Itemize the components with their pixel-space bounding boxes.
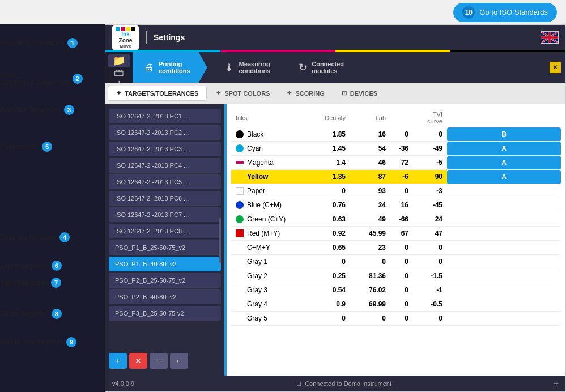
targetset-item-ts1[interactable]: ISO 12647-2 -2013 PC1 ... (109, 109, 221, 123)
ann-label-4: Selected Targetset (0, 233, 56, 241)
col-lab2 (390, 109, 413, 127)
col-tvi: TVI curve (413, 109, 447, 127)
connected-status-label: Connected to Demo Instrument (305, 380, 391, 387)
compass-icon: ✛ (554, 380, 559, 387)
content-area: ISO 12647-2 -2013 PC1 ...ISO 12647-2 -20… (105, 104, 565, 376)
status-bar: v4.0.0.9 ⊡ Connected to Demo Instrument … (105, 376, 565, 391)
ann-label-8: Delete targetset (0, 310, 48, 318)
ink-name-cell: Magenta (231, 156, 310, 170)
ink-name-cell: Red (M+Y) (231, 227, 310, 241)
scoring-label: SCORING (295, 90, 324, 97)
targets-label: TARGETS/TOLERANCES (125, 90, 198, 97)
import-targetset-button[interactable]: ← (170, 353, 188, 369)
targetset-item-ts6[interactable]: ISO 12647-2 -2013 PC6 ... (109, 191, 221, 206)
annotation-8: Delete targetset 8 (0, 309, 62, 319)
subtab-targets-tolerances[interactable]: ✦ TARGETS/TOLERANCES (108, 86, 207, 101)
targetset-item-ts7[interactable]: ISO 12647-2 -2013 PC7 ... (109, 207, 221, 222)
app-window: Ink Zone Move Settings 📁 🗃 (105, 24, 566, 392)
ink-row-gray-1: Gray 10000 (231, 255, 561, 269)
ink-row-yellow: Yellow1.3587-690A (231, 170, 561, 184)
ink-name-cell: Cyan (231, 142, 310, 156)
logo: Ink Zone Move (112, 25, 139, 50)
subtab-devices[interactable]: ⊡ DEVICES (334, 86, 385, 100)
delete-targetset-button[interactable]: ✕ (129, 353, 147, 369)
language-flag[interactable] (541, 31, 559, 44)
ann-badge-2: 2 (73, 74, 83, 84)
targetset-item-ts9[interactable]: PSO_P1_B_25-50-75_v2 (109, 240, 221, 255)
ann-badge-6: 6 (52, 261, 62, 271)
ann-label-7: Import targetset (0, 279, 48, 287)
ink-row-red-(m+y): Red (M+Y)0.9245.996747 (231, 227, 561, 241)
annotation-1: Measuring conditions 1 (0, 38, 78, 48)
printing-label1: Printing (159, 61, 190, 67)
ann-badge-3: 3 (64, 105, 74, 115)
subtab-spot-colors[interactable]: ✦ SPOT COLORS (208, 86, 278, 100)
tab-connected-modules[interactable]: ↻ Connected modules (282, 52, 355, 83)
ink-row-cyan: Cyan1.4554-36-49A (231, 142, 561, 156)
ink-row-paper: Paper0930-3 (231, 184, 561, 198)
targetset-list: ISO 12647-2 -2013 PC1 ...ISO 12647-2 -20… (108, 109, 222, 351)
annotation-5: Color entries 5 (0, 142, 52, 152)
sidebar-folder-icon[interactable]: 📁 (108, 54, 130, 67)
devices-icon: ⊡ (342, 90, 347, 97)
tab-printing-conditions[interactable]: 🖨 Printing conditions (133, 52, 207, 83)
targetset-item-ts2[interactable]: ISO 12647-2 -2013 PC2 ... (109, 125, 221, 140)
measuring-label1: Measuring (239, 61, 271, 67)
ink-row-gray-4: Gray 40.969.990-0.5 (231, 297, 561, 312)
targetset-item-ts5[interactable]: ISO 12647-2 -2013 PC5 ... (109, 174, 221, 189)
app-title: Settings (154, 33, 185, 42)
version-label: v4.0.0.9 (112, 380, 134, 387)
ann-badge-8: 8 (52, 309, 62, 319)
ink-name-cell: Gray 1 (231, 255, 310, 269)
targetset-item-ts10[interactable]: PSO_P1_B_40-80_v2 (109, 257, 221, 271)
connected-status-icon: ⊡ (296, 380, 301, 387)
annotation-3: Available Targetsets 3 (0, 105, 74, 115)
ink-row-blue-(c+m): Blue (C+M)0.762416-45 (231, 198, 561, 212)
ann-label-6: Export targetset (0, 262, 48, 270)
ink-row-gray-5: Gray 50000 (231, 312, 561, 326)
subtab-scoring[interactable]: ✦ SCORING (279, 86, 332, 100)
targets-icon: ✦ (116, 90, 121, 97)
iso-standards-button[interactable]: 10 Go to ISO Standards (453, 3, 557, 22)
tab-measuring-conditions[interactable]: 🌡 Measuring conditions (207, 52, 282, 83)
targetset-item-ts3[interactable]: ISO 12647-2 -2013 PC3 ... (109, 142, 221, 156)
sub-tabs: ✦ TARGETS/TOLERANCES ✦ SPOT COLORS ✦ SCO… (105, 83, 565, 104)
create-targetset-button[interactable]: + (109, 353, 127, 369)
ann-badge-1: 1 (67, 38, 78, 48)
printing-icon: 🖨 (144, 62, 154, 74)
ink-name-cell: Yellow (231, 170, 310, 184)
ink-row-gray-3: Gray 30.5476.020-1 (231, 283, 561, 297)
ann-badge-5: 5 (42, 142, 52, 152)
targetset-item-ts8[interactable]: ISO 12647-2 -2013 PC8 ... (109, 224, 221, 238)
close-button[interactable]: ✕ (550, 62, 561, 73)
export-targetset-button[interactable]: → (150, 353, 168, 369)
ann-label-2: MenuTargetset & Tolerances (0, 71, 69, 87)
annotation-7: Import targetset 7 (0, 278, 61, 288)
printing-label2: conditions (159, 67, 190, 74)
ink-name-cell: Gray 5 (231, 312, 310, 326)
ink-name-cell: Gray 4 (231, 297, 310, 312)
measuring-icon: 🌡 (224, 62, 235, 74)
ann-label-3: Available Targetsets (0, 106, 61, 114)
ink-row-gray-2: Gray 20.2581.360-1.5 (231, 269, 561, 283)
ink-name-cell: Black (231, 127, 310, 142)
ink-name-cell: Blue (C+M) (231, 198, 310, 212)
sidebar-db-icon[interactable]: 🗃 (108, 67, 130, 79)
ink-name-cell: C+M+Y (231, 241, 310, 255)
ann-badge-4: 4 (59, 232, 70, 242)
ann-label-9: Create new targetset (0, 338, 63, 346)
inks-table: Inks Density Lab TVI curve Black1.851600… (231, 109, 561, 326)
targetset-item-ts12[interactable]: PSO_P2_B_40-80_v2 (109, 289, 221, 304)
targetset-item-ts13[interactable]: PSO_P3_B_25-50-75-v2 (109, 306, 221, 321)
connected-label2: modules (312, 67, 344, 74)
targetset-item-ts11[interactable]: PSO_P2_B_25-50-75_v2 (109, 273, 221, 288)
annotation-panel: Measuring conditions 1 MenuTargetset & T… (0, 24, 105, 392)
scoring-icon: ✦ (287, 90, 292, 97)
devices-label: DEVICES (350, 90, 377, 97)
targetset-item-ts4[interactable]: ISO 12647-2 -2013 PC4 ... (109, 158, 221, 173)
title-separator (146, 31, 147, 44)
logo-move: Move (120, 44, 131, 49)
measuring-label2: conditions (239, 67, 271, 74)
connected-icon: ↻ (299, 61, 307, 74)
spot-label: SPOT COLORS (224, 90, 270, 97)
